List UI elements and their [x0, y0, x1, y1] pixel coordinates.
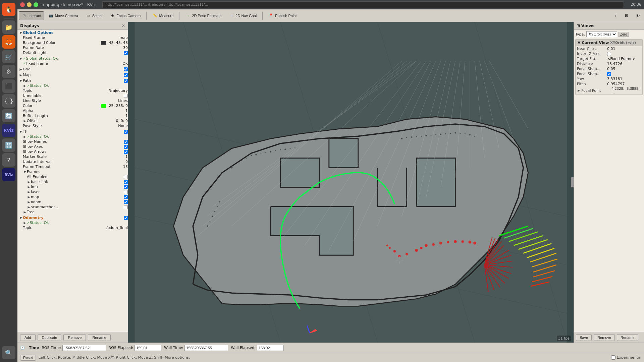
global-options-item[interactable]: ▼ Global Options Fixed Frame map Backgro…: [17, 30, 128, 56]
sidebar-icon-code[interactable]: { }: [2, 94, 15, 108]
tf-odom-checkbox[interactable]: [124, 200, 128, 204]
grid-expander[interactable]: ▶: [19, 67, 23, 71]
close-button[interactable]: [20, 2, 25, 7]
sidebar-icon-amazon[interactable]: 🛒: [2, 50, 15, 63]
tf-expander[interactable]: ▼: [19, 130, 23, 134]
grid-item[interactable]: ▶ Grid: [17, 66, 128, 72]
sidebar-icon-network[interactable]: 🔄: [2, 109, 15, 122]
interact-button[interactable]: 🖱 Interact: [19, 11, 44, 20]
views-save-button[interactable]: Save: [576, 334, 592, 341]
odometry-item[interactable]: ▼ Odometry ▶ ✓ Status: Ok Topic /odom_fi…: [17, 215, 128, 231]
remove-button[interactable]: Remove: [63, 334, 86, 341]
pose-estimate-button[interactable]: → 2D Pose Estimate: [182, 11, 224, 20]
path-expander[interactable]: ▼: [19, 79, 23, 83]
wall-elapsed-input[interactable]: [257, 345, 284, 351]
tf-checkbox[interactable]: [124, 130, 128, 134]
tf-map-expander[interactable]: ▶: [27, 195, 31, 199]
tf-frames-row[interactable]: ▼ Frames: [17, 169, 128, 174]
ros-elapsed-input[interactable]: [135, 345, 161, 351]
path-item[interactable]: ▼ Path ▶ ✓ Status: Ok Topic /trajectory: [17, 78, 128, 129]
wall-time-input[interactable]: [184, 345, 228, 351]
extra-btn-1[interactable]: +: [612, 12, 620, 19]
tf-show-arrows-checkbox[interactable]: [124, 150, 128, 154]
select-button[interactable]: ▭ Select: [83, 11, 106, 20]
extra-btn-2[interactable]: ⊟: [622, 12, 631, 19]
path-unreliable-checkbox[interactable]: [124, 94, 128, 98]
current-view-expander[interactable]: ▼: [578, 41, 580, 45]
cv-focal-shape2-checkbox[interactable]: [607, 72, 611, 76]
minimize-button[interactable]: [27, 2, 32, 7]
sidebar-icon-settings[interactable]: ⚙: [2, 65, 15, 78]
tf-show-axes-checkbox[interactable]: [124, 145, 128, 149]
current-view-header[interactable]: ▼ Current View XYOrbit (rviz): [576, 40, 642, 46]
experimental-checkbox[interactable]: [611, 355, 615, 360]
sidebar-icon-search[interactable]: 🔍: [2, 346, 15, 359]
tf-tree-row[interactable]: ▶ Tree: [17, 209, 128, 215]
path-row[interactable]: ▼ Path: [17, 78, 128, 83]
tf-tree-expander[interactable]: ▶: [23, 210, 27, 214]
reset-button[interactable]: Reset: [20, 355, 36, 361]
views-remove-button[interactable]: Remove: [594, 334, 615, 341]
tf-imu-checkbox[interactable]: [124, 185, 128, 189]
add-button[interactable]: Add: [20, 334, 36, 341]
sidebar-icon-calc[interactable]: 🔢: [2, 138, 15, 152]
focus-camera-button[interactable]: ⊕ Focus Camera: [107, 11, 144, 20]
tf-odom-expander[interactable]: ▶: [27, 200, 31, 204]
tf-map-checkbox[interactable]: [124, 195, 128, 199]
odometry-status-expander[interactable]: ▶: [23, 221, 27, 225]
sidebar-icon-browser[interactable]: 🦊: [2, 35, 15, 49]
default-light-checkbox[interactable]: [124, 51, 128, 55]
tf-row[interactable]: ▼ TF: [17, 129, 128, 134]
path-checkbox[interactable]: [124, 79, 128, 83]
sidebar-icon-rviz2[interactable]: RViz: [2, 168, 15, 181]
move-camera-button[interactable]: 📷 Move Camera: [45, 11, 81, 20]
global-status-expander[interactable]: ▼: [19, 57, 23, 61]
map-checkbox[interactable]: [124, 73, 128, 77]
odometry-row[interactable]: ▼ Odometry: [17, 215, 128, 220]
tf-all-enabled-checkbox[interactable]: [124, 175, 128, 179]
sidebar-icon-help[interactable]: ?: [2, 153, 15, 167]
tf-frames-expander[interactable]: ▼: [23, 170, 27, 174]
measure-button[interactable]: 📏 Measure: [149, 11, 176, 20]
global-status-row[interactable]: ▼ ✓ Global Status: Ok: [17, 56, 128, 61]
views-zero-button[interactable]: Zero: [619, 32, 629, 37]
map-expander[interactable]: ▶: [19, 73, 23, 77]
duplicate-button[interactable]: Duplicate: [38, 334, 62, 341]
sidebar-icon-rviz1[interactable]: RViz: [2, 124, 15, 137]
views-type-select[interactable]: XYOrbit (rviz): [586, 31, 617, 37]
tf-laser-checkbox[interactable]: [124, 190, 128, 194]
viewport-resize-handle[interactable]: [571, 177, 574, 187]
sidebar-icon-terminal[interactable]: ⬛: [2, 79, 15, 93]
grid-row[interactable]: ▶ Grid: [17, 67, 128, 72]
tf-laser-expander[interactable]: ▶: [27, 190, 31, 194]
tf-scanmatcher-checkbox[interactable]: [124, 205, 128, 209]
sidebar-icon-files[interactable]: 📁: [2, 20, 15, 34]
cv-invert-z-checkbox[interactable]: [607, 52, 611, 56]
cv-focal-point-expander[interactable]: ▶: [577, 88, 581, 93]
tf-show-names-checkbox[interactable]: [124, 140, 128, 144]
tf-base-link-expander[interactable]: ▶: [27, 180, 31, 184]
displays-close-icon[interactable]: ✕: [122, 23, 125, 28]
map-item[interactable]: ▶ Map: [17, 72, 128, 78]
tf-item[interactable]: ▼ TF ▶ ✓ Status: Ok Show Names Show: [17, 129, 128, 215]
displays-scroll[interactable]: ▼ Global Options Fixed Frame map Backgro…: [17, 30, 128, 332]
rename-button[interactable]: Rename: [88, 334, 111, 341]
map-row[interactable]: ▶ Map: [17, 72, 128, 77]
global-options-row[interactable]: ▼ Global Options: [17, 30, 128, 35]
views-rename-button[interactable]: Rename: [617, 334, 638, 341]
extra-btn-3[interactable]: 👁: [633, 12, 643, 19]
global-options-expander[interactable]: ▼: [19, 31, 23, 35]
tf-scanmatcher-expander[interactable]: ▶: [27, 205, 31, 209]
tf-status-expander[interactable]: ▶: [23, 135, 27, 139]
path-offset-expander[interactable]: ▶: [23, 119, 27, 123]
nav-goal-button[interactable]: → 2D Nav Goal: [226, 11, 260, 20]
ros-time-input[interactable]: [62, 345, 106, 351]
global-status-item[interactable]: ▼ ✓ Global Status: Ok ✓ Fixed Frame OK: [17, 56, 128, 66]
publish-point-button[interactable]: 📍 Publish Point: [265, 11, 300, 20]
sidebar-icon-ubuntu[interactable]: 🐧: [2, 3, 15, 16]
3d-view[interactable]: [128, 22, 574, 343]
viewport[interactable]: 31 fps: [128, 22, 574, 343]
tf-base-link-checkbox[interactable]: [124, 180, 128, 184]
grid-checkbox[interactable]: [124, 67, 128, 71]
maximize-button[interactable]: [34, 2, 38, 7]
